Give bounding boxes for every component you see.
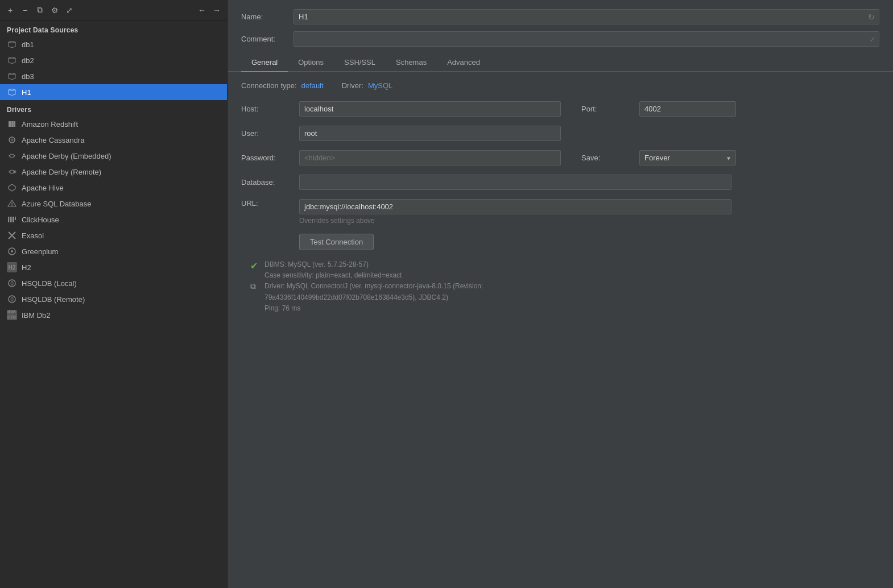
sidebar-item-apache-derby-embedded[interactable]: Apache Derby (Embedded) [0,148,227,164]
db-icon-2 [7,55,17,65]
svg-rect-10 [8,217,9,222]
tab-schemas[interactable]: Schemas [386,53,437,72]
sidebar-item-apache-cassandra-label: Apache Cassandra [22,136,85,144]
sidebar-item-ibm-db2[interactable]: IBMDB2 IBM Db2 [0,307,227,323]
name-input[interactable] [293,9,879,24]
refresh-icon: ↻ [868,13,875,22]
db-icon-h1 [7,87,17,97]
check-icon: ✔ [250,260,258,271]
svg-point-18 [11,250,13,252]
settings-icon[interactable]: ⚙ [49,5,60,16]
svg-rect-13 [13,217,14,222]
info-line-2: Case sensitivity: plain=exact, delimited… [264,270,483,281]
info-line-3: Driver: MySQL Connector/J (ver. mysql-co… [264,281,483,292]
tab-options[interactable]: Options [288,53,334,72]
forward-icon[interactable]: → [211,5,222,16]
host-input[interactable] [299,101,561,117]
password-label: Password: [241,154,292,162]
driver-label: Driver: [342,81,363,90]
tab-ssh-ssl[interactable]: SSH/SSL [334,53,386,72]
back-icon[interactable]: ← [196,5,208,16]
info-icons: ✔ ⧉ [250,259,258,291]
comment-input-wrap: ⤢ [293,31,879,47]
db-icon [7,39,17,49]
port-input[interactable] [639,101,736,117]
drivers-header: Drivers [0,100,227,116]
sidebar-item-amazon-redshift[interactable]: Amazon Redshift [0,116,227,132]
copy-icon-info[interactable]: ⧉ [250,281,258,291]
sidebar-item-h1[interactable]: H1 [0,84,227,100]
password-input[interactable] [299,150,561,165]
test-connection-button[interactable]: Test Connection [299,234,374,250]
amazon-redshift-icon [7,119,17,129]
svg-rect-14 [15,217,16,220]
sidebar-item-db3[interactable]: db3 [0,68,227,84]
apache-derby-embedded-icon [7,151,17,161]
greenplum-icon [7,246,17,256]
connection-type-label: Connection type: [241,81,297,90]
sidebar-item-hsqldb-local-label: HSQLDB (Local) [22,279,77,288]
save-select-wrap: Forever Until restart Never ▼ [639,150,736,165]
apache-cassandra-icon [7,135,17,145]
sidebar-item-db1[interactable]: db1 [0,36,227,52]
sidebar-item-amazon-redshift-label: Amazon Redshift [22,120,78,129]
sidebar: + − ⧉ ⚙ ⤢ ← → Project Data Sources db1 d… [0,0,228,588]
name-row: Name: ↻ [228,0,893,29]
sidebar-item-h2[interactable]: H2 H2 [0,259,227,275]
database-label: Database: [241,178,292,187]
sidebar-item-apache-hive[interactable]: Apache Hive [0,180,227,196]
sidebar-item-ibm-db2-label: IBM Db2 [22,311,51,320]
expand-icon: ⤢ [870,35,875,43]
hsqldb-remote-icon [7,294,17,304]
svg-rect-2 [14,121,15,127]
connection-type-value[interactable]: default [301,81,324,90]
sidebar-item-h2-label: H2 [22,263,31,272]
url-label: URL: [241,199,292,208]
tab-advanced[interactable]: Advanced [437,53,490,72]
sidebar-item-hsqldb-local[interactable]: HSQLDB (Local) [0,275,227,291]
apache-derby-remote-icon [7,167,17,177]
database-row: Database: [241,175,879,190]
sidebar-item-apache-hive-label: Apache Hive [22,184,64,192]
sidebar-item-db2-label: db2 [22,56,34,65]
save-label: Save: [581,154,632,162]
comment-input[interactable] [293,31,879,47]
database-input[interactable] [299,175,731,190]
sidebar-item-hsqldb-remote-label: HSQLDB (Remote) [22,295,85,304]
sidebar-item-apache-cassandra[interactable]: Apache Cassandra [0,132,227,148]
url-row: URL: [241,199,879,214]
sidebar-item-clickhouse[interactable]: ClickHouse [0,212,227,227]
sidebar-item-hsqldb-remote[interactable]: HSQLDB (Remote) [0,291,227,307]
password-row: Password: Save: Forever Until restart Ne… [241,150,879,165]
name-input-wrap: ↻ [293,9,879,24]
exasol-icon [7,230,17,241]
copy-icon[interactable]: ⧉ [34,5,46,16]
export-icon[interactable]: ⤢ [64,5,75,16]
svg-rect-0 [9,121,11,127]
azure-sql-icon [7,198,17,209]
save-select[interactable]: Forever Until restart Never [639,150,736,165]
add-icon[interactable]: + [5,5,16,16]
remove-icon[interactable]: − [19,5,31,16]
form-content: Connection type: default Driver: MySQL H… [228,72,893,588]
driver-value[interactable]: MySQL [368,81,392,90]
sidebar-item-exasol[interactable]: Exasol [0,227,227,243]
tab-general[interactable]: General [241,53,288,72]
sidebar-item-greenplum[interactable]: Greenplum [0,243,227,259]
svg-marker-6 [9,184,15,191]
sidebar-item-h1-label: H1 [22,88,31,97]
sidebar-item-azure-sql[interactable]: Azure SQL Database [0,196,227,212]
user-input[interactable] [299,126,561,141]
url-hint: Overrides settings above [299,217,879,225]
tabs: General Options SSH/SSL Schemas Advanced [228,53,893,72]
sidebar-item-apache-derby-remote[interactable]: Apache Derby (Remote) [0,164,227,180]
hsqldb-local-icon [7,278,17,288]
url-input[interactable] [299,199,731,214]
svg-point-4 [11,139,13,141]
svg-point-3 [9,137,15,143]
toolbar: + − ⧉ ⚙ ⤢ ← → [0,0,227,20]
sidebar-item-db2[interactable]: db2 [0,52,227,68]
svg-point-9 [11,205,13,206]
info-text-block: DBMS: MySQL (ver. 5.7.25-28-57) Case sen… [264,259,483,314]
sidebar-item-greenplum-label: Greenplum [22,247,58,256]
